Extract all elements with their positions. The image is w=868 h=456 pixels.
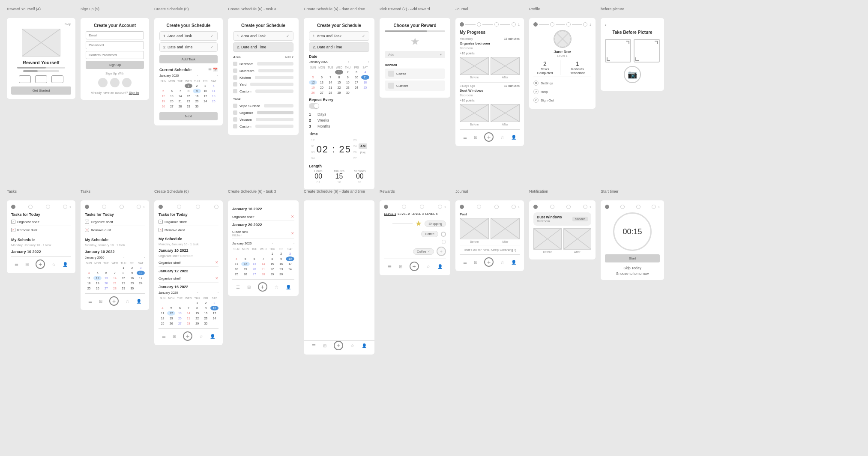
day-9[interactable]: 9 <box>193 89 201 93</box>
prb-add-btn[interactable]: + <box>410 262 419 271</box>
day-10[interactable]: 10 <box>201 89 210 93</box>
notification-card[interactable]: Dust Windows Bedroom Snooze <box>533 212 591 226</box>
cs3b-nav-person[interactable]: 👤 <box>286 285 291 289</box>
tasks1-nav-person[interactable]: 👤 <box>63 262 68 267</box>
repeat-toggle[interactable] <box>309 103 319 110</box>
csb-nav-list[interactable]: ☰ <box>162 334 166 339</box>
task-remove-dust-1[interactable]: ✕ Remove dust <box>11 226 71 234</box>
social-btn-2[interactable] <box>35 75 47 83</box>
prb-nav-grid[interactable]: ⊞ <box>399 264 402 269</box>
tasks1-nav-list[interactable]: ☰ <box>15 262 18 267</box>
day-24[interactable]: 24 <box>201 99 210 104</box>
csb-add-btn[interactable]: + <box>183 331 192 341</box>
area-kitchen[interactable]: Kitchen <box>233 74 293 81</box>
reward-coffee-item[interactable]: Coffee <box>385 69 445 79</box>
social-btn-1[interactable] <box>19 75 31 83</box>
day-23[interactable]: 23 <box>193 99 201 104</box>
day-5[interactable]: 5 <box>159 89 168 93</box>
back-arrow[interactable]: ‹ <box>605 22 660 27</box>
step-date-time[interactable]: 2. Date and Time ✓ <box>159 42 218 52</box>
tasks1-nav-grid[interactable]: ⊞ <box>25 262 29 267</box>
task-vacuum[interactable]: Vacuum <box>233 116 293 123</box>
area-bathroom[interactable]: Bathroom <box>233 67 293 74</box>
t2-cal-prev[interactable]: ‹ <box>123 256 125 259</box>
tasks2-nav-list[interactable]: ☰ <box>88 299 92 304</box>
reward-custom-item[interactable]: Custom <box>385 80 445 91</box>
jb-nav-person[interactable]: 👤 <box>511 260 516 265</box>
cs3b-nav-list[interactable]: ☰ <box>236 285 240 289</box>
t2-cal-next[interactable]: › <box>144 256 145 259</box>
journal-nav-star[interactable]: ☆ <box>500 135 504 140</box>
csb-task-organize[interactable]: ✓ Organize shelf <box>159 218 218 226</box>
day-19[interactable]: 19 <box>159 99 168 104</box>
social-btn-3[interactable] <box>51 75 63 83</box>
csb-task-org-shelf[interactable]: Organize shelf ✕ <box>159 259 218 267</box>
day-12[interactable]: 12 <box>159 94 168 98</box>
day-22[interactable]: 22 <box>185 99 193 104</box>
day-13[interactable]: 13 <box>168 94 176 98</box>
cs3b-task-organize[interactable]: Organize shelf ✕ <box>232 213 294 221</box>
task-custom[interactable]: Custom <box>233 123 293 130</box>
cs3b-nav-star[interactable]: ☆ <box>275 285 278 289</box>
settings-menu-item[interactable]: ⚙ Settings <box>533 79 591 87</box>
task-remove-dust-2[interactable]: ✕ Remove dust <box>85 226 145 234</box>
start-button[interactable]: Start <box>605 254 660 262</box>
journal-nav-person[interactable]: 👤 <box>511 135 516 140</box>
day-1[interactable]: 1 <box>185 83 193 88</box>
pr-circle-btn[interactable]: + <box>437 247 446 256</box>
signup-button[interactable]: Sign Up <box>86 61 144 69</box>
day-30[interactable]: 30 <box>193 104 201 109</box>
skip-link[interactable]: Skip <box>11 22 71 26</box>
area-add-btn[interactable]: Add ▾ <box>285 55 293 59</box>
day-6[interactable]: 6 <box>168 89 176 93</box>
area-bedroom[interactable]: Bedroom <box>233 60 293 67</box>
help-menu-item[interactable]: ? Help <box>533 87 591 96</box>
csdt-nav-list[interactable]: ☰ <box>312 343 316 348</box>
snooze-button[interactable]: Snooze <box>572 217 588 221</box>
next-button[interactable]: Next <box>159 112 218 120</box>
task-organize-shelf-1[interactable]: ✓ Organize shelf <box>11 218 71 226</box>
csdt-add-btn[interactable]: + <box>334 341 343 350</box>
tasks2-nav-grid[interactable]: ⊞ <box>99 299 102 304</box>
csdt-step2[interactable]: 2. Date and Time <box>309 42 369 52</box>
jb-add-btn[interactable]: + <box>484 257 494 267</box>
signout-menu-item[interactable]: ↩ Sign Out <box>533 96 591 104</box>
cs3b-cal-prev[interactable]: ‹ <box>272 241 273 245</box>
get-started-button[interactable]: Get Started <box>11 86 71 95</box>
shopping-tag[interactable]: Shopping <box>425 221 446 227</box>
csdt-nav-person[interactable]: 👤 <box>362 343 367 348</box>
day-3[interactable]: 3 <box>201 83 210 88</box>
email-input[interactable] <box>86 31 144 39</box>
coffee-tag-1[interactable]: Coffee <box>421 231 438 237</box>
csb-task-remove[interactable]: ✕ Remove dust <box>159 226 218 234</box>
cs3b-add-btn[interactable]: + <box>258 282 267 292</box>
day-4[interactable]: 4 <box>210 83 218 88</box>
day-14[interactable]: 14 <box>176 94 184 98</box>
social-icon-2[interactable] <box>110 78 120 87</box>
confirm-password-input[interactable] <box>86 51 144 59</box>
add-area-row[interactable]: Add ▾ <box>385 51 445 58</box>
journal-nav-list[interactable]: ☰ <box>463 135 467 140</box>
cal-next[interactable]: › <box>216 74 218 77</box>
day-8[interactable]: 8 <box>185 89 193 93</box>
day-16[interactable]: 16 <box>193 94 201 98</box>
day-25[interactable]: 25 <box>210 99 218 104</box>
task-organize[interactable]: Organize <box>233 109 293 116</box>
jb-nav-list[interactable]: ☰ <box>463 260 467 265</box>
prb-nav-person[interactable]: 👤 <box>437 264 443 269</box>
am-pm-toggle[interactable]: AM PM <box>359 143 367 155</box>
cs3-step1[interactable]: 1. Area and Task ✓ <box>233 31 293 41</box>
journal-nav-grid[interactable]: ⊞ <box>474 135 477 140</box>
prb-nav-star[interactable]: ☆ <box>426 264 430 269</box>
social-icon-1[interactable] <box>98 78 108 87</box>
csb-task-organize-12[interactable]: Organize shelf ✕ <box>159 274 218 283</box>
journal-add-btn[interactable]: + <box>484 132 494 142</box>
csdt-nav-star[interactable]: ☆ <box>350 343 354 348</box>
skip-today-text[interactable]: Skip Today Snooze to tomorrow <box>605 266 660 276</box>
sign-in-link[interactable]: Sign In <box>129 91 139 95</box>
cs3b-task-clean[interactable]: Clean sink Kitchen ✕ <box>232 228 294 239</box>
day-17[interactable]: 17 <box>201 94 210 98</box>
task-organize-shelf-2[interactable]: ✓ Organize shelf <box>85 218 145 226</box>
day-7[interactable]: 7 <box>176 89 184 93</box>
day-29[interactable]: 29 <box>185 104 193 109</box>
